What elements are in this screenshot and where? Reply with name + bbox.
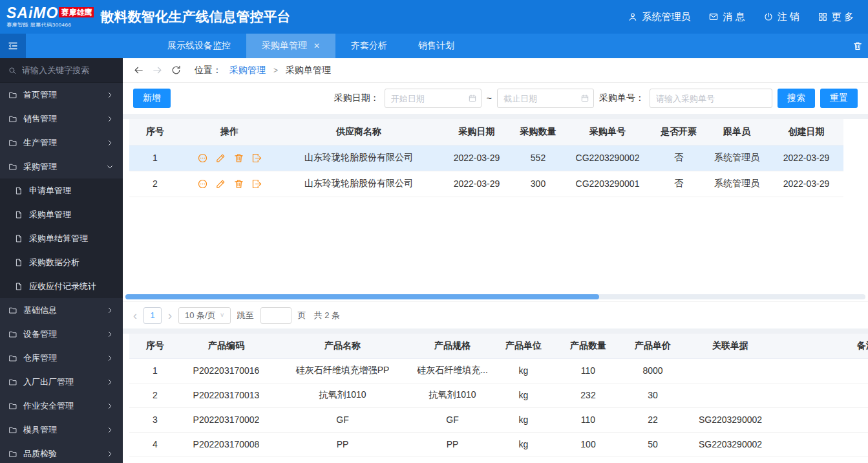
sidebar-subitem[interactable]: 采购数据分析: [0, 250, 123, 274]
start-date-input[interactable]: [385, 89, 482, 108]
sidebar-item[interactable]: 品质检验: [0, 442, 123, 463]
edit-icon[interactable]: [215, 178, 226, 189]
scrollbar-thumb[interactable]: [125, 294, 599, 299]
products-panel: 序号产品编码产品名称产品规格产品单位产品数量产品单价关联单据备注1P202203…: [123, 334, 868, 463]
breadcrumb-separator: >: [273, 66, 278, 75]
cell: [776, 358, 868, 383]
sidebar-item[interactable]: 设备管理: [0, 322, 123, 346]
export-icon[interactable]: [251, 153, 262, 164]
search-button[interactable]: 搜索: [778, 89, 815, 108]
order-no-input[interactable]: [650, 89, 772, 108]
tab-bar: 展示线设备监控采购单管理✕齐套分析销售计划: [0, 34, 868, 58]
cell: SG2203290002: [685, 432, 776, 457]
cell: 抗氧剂1010: [414, 383, 491, 407]
back-arrow-icon[interactable]: [133, 65, 144, 76]
table-row[interactable]: 1山东玲珑轮胎股份有限公司2022-03-29552CG2203290002否系…: [129, 145, 843, 171]
table-row[interactable]: 3P202203170002GFGFkg11022SG2203290002: [129, 407, 868, 432]
sidebar-item-label: 设备管理: [23, 328, 57, 340]
table-row[interactable]: 2P202203170013抗氧剂1010抗氧剂1010kg23230: [129, 383, 868, 407]
edit-icon[interactable]: [215, 153, 226, 164]
sidebar-collapse-button[interactable]: [0, 34, 26, 58]
sidebar-item[interactable]: 基础信息: [0, 298, 123, 322]
sidebar-subitem[interactable]: 采购单结算管理: [0, 226, 123, 250]
sidebar-subitem[interactable]: 申请单管理: [0, 178, 123, 202]
tab[interactable]: 销售计划: [403, 34, 470, 58]
cell: P202203170016: [181, 358, 271, 383]
detail-icon[interactable]: [197, 153, 208, 164]
tab[interactable]: 采购单管理✕: [246, 34, 335, 58]
sidebar-subitem[interactable]: 应收应付记录统计: [0, 274, 123, 298]
cell: 22: [620, 407, 685, 432]
cell: 110: [556, 407, 620, 432]
chevron-down-icon: ˅: [220, 312, 224, 319]
export-icon[interactable]: [251, 178, 262, 189]
breadcrumb-location-label: 位置：: [195, 65, 222, 76]
tab-label: 展示线设备监控: [167, 40, 231, 52]
column-header: 产品编码: [181, 334, 271, 358]
add-button[interactable]: 新增: [133, 89, 171, 108]
cell: PP: [414, 432, 491, 457]
sidebar-item[interactable]: 首页管理: [0, 83, 123, 107]
delete-icon[interactable]: [233, 178, 244, 189]
cell: 2: [129, 383, 181, 407]
end-date-input[interactable]: [497, 89, 594, 108]
close-all-tabs-button[interactable]: [852, 34, 863, 58]
start-date-field: [385, 89, 482, 108]
sidebar-item[interactable]: 模具管理: [0, 418, 123, 442]
more-grid-icon: [818, 12, 828, 22]
breadcrumb-parent-link[interactable]: 采购管理: [229, 65, 266, 76]
cell: kg: [491, 432, 556, 457]
page-number-button[interactable]: 1: [143, 307, 162, 324]
reset-button[interactable]: 重置: [820, 89, 858, 108]
sidebar-item[interactable]: 仓库管理: [0, 346, 123, 370]
orders-panel: 序号操作供应商名称采购日期采购数量采购单号是否开票跟单员创建日期1山东玲珑轮胎股…: [123, 119, 868, 301]
cell: [685, 358, 776, 383]
topbar: SAiMO 赛摩雄鹰 赛摩智能 股票代码300466 散料数智化生产线信息管控平…: [0, 0, 868, 34]
next-page-button[interactable]: ›: [168, 310, 172, 321]
table-row[interactable]: 2山东玲珑轮胎股份有限公司2022-03-29300CG2203290001否系…: [129, 171, 843, 197]
open-tabs: 展示线设备监控采购单管理✕齐套分析销售计划: [152, 34, 470, 58]
cell: kg: [491, 407, 556, 432]
mail-icon: [708, 12, 719, 22]
sidebar-subitem[interactable]: 采购单管理: [0, 202, 123, 226]
cell-actions: [181, 171, 278, 197]
cell: kg: [491, 383, 556, 407]
sidebar-item[interactable]: 作业安全管理: [0, 394, 123, 418]
logout-button[interactable]: 注 销: [763, 11, 799, 23]
cell: 100: [556, 432, 620, 457]
delete-icon[interactable]: [233, 153, 244, 164]
end-date-field: [497, 89, 594, 108]
sidebar-item[interactable]: 入厂出厂管理: [0, 370, 123, 394]
prev-page-button[interactable]: ‹: [133, 310, 137, 321]
sidebar-item[interactable]: 采购管理: [0, 155, 123, 178]
column-header: 产品数量: [556, 334, 620, 358]
more-button[interactable]: 更 多: [818, 11, 854, 23]
page-size-select[interactable]: 10 条/页 ˅: [178, 307, 231, 324]
column-header: 产品单位: [491, 334, 556, 358]
cell: 3: [129, 407, 181, 432]
user-menu[interactable]: 系统管理员: [628, 11, 690, 23]
forward-arrow-icon[interactable]: [152, 65, 163, 76]
messages-button[interactable]: 消 息: [708, 11, 745, 23]
table-row[interactable]: 4P202203170008PPPPkg10050SG2203290002: [129, 432, 868, 457]
scrollbar-track[interactable]: [125, 294, 865, 299]
cell: 8000: [620, 358, 685, 383]
tab[interactable]: 展示线设备监控: [152, 34, 246, 58]
tab-label: 销售计划: [418, 40, 454, 52]
sidebar-subitem-label: 申请单管理: [29, 185, 71, 197]
tab[interactable]: 齐套分析: [335, 34, 403, 58]
sidebar-item[interactable]: 销售管理: [0, 107, 123, 131]
table-row[interactable]: 1P202203170016硅灰石纤维填充增强PP硅灰石纤维填充...kg110…: [129, 358, 868, 383]
chevron-right-icon: [105, 330, 114, 339]
cell: 硅灰石纤维填充...: [414, 358, 491, 383]
cell-created: 2022-03-29: [769, 145, 843, 171]
tab-close-icon[interactable]: ✕: [313, 41, 320, 50]
sidebar-search-input[interactable]: [22, 65, 106, 75]
sidebar-item[interactable]: 生产管理: [0, 131, 123, 155]
pagination: ‹ 1 › 10 条/页 ˅ 跳至 页 共 2 条: [123, 301, 868, 328]
sidebar-item-label: 首页管理: [23, 89, 57, 101]
jump-page-input[interactable]: [260, 307, 291, 324]
refresh-icon[interactable]: [171, 65, 182, 76]
cell-qty: 300: [514, 171, 562, 197]
detail-icon[interactable]: [197, 178, 208, 189]
